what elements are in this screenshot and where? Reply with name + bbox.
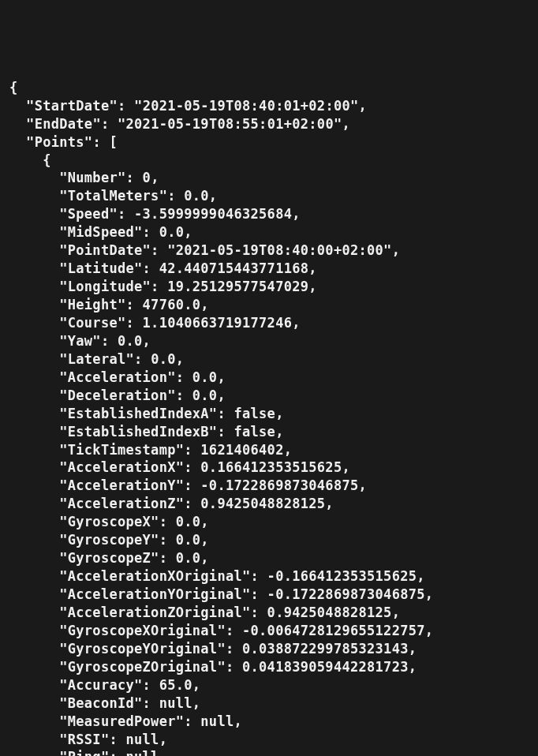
json-number-value: -0.166412353515625 (267, 568, 417, 584)
json-key: "GyroscopeZOriginal" (59, 659, 226, 675)
json-key: "PointDate" (59, 242, 151, 258)
json-key: "AccelerationZ" (59, 496, 184, 511)
json-key: "Longitude" (59, 279, 151, 294)
json-key: "GyroscopeYOriginal" (59, 641, 226, 657)
json-key: "EndDate" (26, 116, 101, 132)
json-key: "AccelerationXOriginal" (59, 568, 250, 584)
json-key: "Points" (26, 134, 92, 150)
json-key: "Number" (59, 170, 125, 185)
json-number-value: 0.0 (176, 550, 201, 566)
json-key: "TickTimestamp" (59, 442, 184, 458)
json-key: "EstablishedIndexB" (59, 424, 217, 440)
json-number-value: 0.166412353515625 (200, 459, 342, 475)
json-number-value: 1.1040663719177246 (143, 315, 293, 331)
json-key: "RSSI" (59, 732, 109, 747)
json-number-value: 0.0 (176, 514, 201, 530)
json-number-value: 1621406402 (200, 442, 283, 458)
json-null-value: null (200, 713, 234, 729)
json-number-value: -0.1722869873046875 (267, 586, 425, 602)
json-key: "MeasuredPower" (59, 713, 184, 729)
json-key: "AccelerationZOriginal" (59, 604, 250, 620)
json-null-value: null (126, 732, 159, 747)
json-key: "Deceleration" (59, 387, 176, 403)
json-number-value: 0.0 (159, 224, 185, 240)
json-bool-value: false (234, 406, 275, 421)
json-key: "Accuracy" (59, 677, 142, 693)
json-key: "AccelerationYOriginal" (59, 586, 250, 602)
json-key: "Latitude" (59, 260, 142, 276)
json-number-value: -0.0064728129655122757 (242, 623, 425, 638)
json-key: "Yaw" (59, 333, 101, 349)
json-key: "AccelerationY" (59, 477, 184, 493)
json-number-value: -3.5999999046325684 (134, 206, 292, 222)
json-key: "GyroscopeXOriginal" (59, 623, 226, 638)
bracket-open: [ (109, 134, 118, 150)
json-code-block: { "StartDate": "2021-05-19T08:40:01+02:0… (9, 79, 529, 756)
json-string-value: "2021-05-19T08:40:01+02:00" (134, 98, 358, 114)
json-key: "Ping" (59, 749, 109, 756)
json-key: "BeaconId" (59, 695, 142, 711)
json-number-value: 0.0 (176, 532, 201, 548)
json-number-value: 0.0 (184, 188, 209, 204)
json-number-value: 65.0 (159, 677, 192, 693)
json-number-value: 0 (143, 170, 151, 185)
json-null-value: null (159, 695, 192, 711)
json-key: "Acceleration" (59, 369, 176, 385)
json-number-value: 0.9425048828125 (200, 496, 325, 511)
brace-open: { (9, 80, 18, 95)
json-number-value: 0.0 (118, 333, 143, 349)
json-number-value: 0.0 (151, 351, 176, 367)
json-key: "AccelerationX" (59, 459, 184, 475)
json-number-value: 0.0 (192, 369, 218, 385)
json-key: "Height" (59, 297, 125, 313)
json-key: "GyroscopeX" (59, 514, 159, 530)
json-number-value: 0.9425048828125 (267, 604, 392, 620)
json-bool-value: false (234, 424, 275, 440)
brace-open: { (43, 152, 51, 168)
json-key: "GyroscopeY" (59, 532, 159, 548)
json-number-value: 42.440715443771168 (159, 260, 309, 276)
json-number-value: -0.1722869873046875 (200, 477, 358, 493)
json-number-value: 0.038872299785323143 (242, 641, 409, 657)
json-number-value: 0.0 (192, 387, 218, 403)
json-key: "TotalMeters" (59, 188, 167, 204)
json-key: "Speed" (59, 206, 118, 222)
json-key: "Lateral" (59, 351, 134, 367)
json-string-value: "2021-05-19T08:55:01+02:00" (118, 116, 342, 132)
json-key: "Course" (59, 315, 125, 331)
json-string-value: "2021-05-19T08:40:00+02:00" (167, 242, 391, 258)
json-key: "MidSpeed" (59, 224, 142, 240)
json-number-value: 19.25129577547029 (167, 279, 308, 294)
json-number-value: 47760.0 (143, 297, 201, 313)
json-key: "EstablishedIndexA" (59, 406, 217, 421)
json-key: "StartDate" (26, 98, 118, 114)
json-key: "GyroscopeZ" (59, 550, 159, 566)
json-number-value: 0.041839059442281723 (242, 659, 409, 675)
json-null-value: null (126, 749, 159, 756)
